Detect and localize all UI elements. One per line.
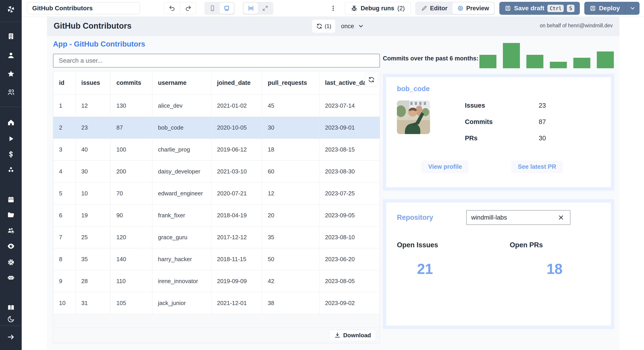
repository-heading: Repository (397, 213, 433, 222)
repository-input[interactable] (471, 214, 556, 221)
table-row[interactable]: 430200daisy_developer2021-03-10602023-08… (53, 160, 380, 182)
sidebar-divider (0, 22, 22, 22)
chart-bar (573, 58, 590, 68)
on-behalf-text: on behalf of henri@windmill.dev (540, 23, 613, 29)
open-prs-block: Open PRs 18 (499, 241, 600, 277)
user-stat-value: 30 (539, 135, 546, 142)
kbd-s: S (567, 5, 574, 12)
redo-button[interactable] (180, 2, 196, 14)
schedule-dropdown[interactable]: once (341, 20, 364, 33)
app-title-input[interactable] (27, 2, 140, 14)
column-header[interactable]: id (53, 71, 75, 95)
deploy-button[interactable]: Deploy (584, 2, 625, 15)
undo-button[interactable] (164, 2, 180, 14)
table-row[interactable]: 835140harry_hacker2018-11-15502023-06-20 (53, 248, 380, 270)
sidebar-divider (0, 325, 22, 326)
table-row[interactable]: 928110irene_innovator2019-09-09422023-08… (53, 270, 380, 292)
app-refresh-count: (1) (325, 23, 331, 29)
moon-icon[interactable] (6, 314, 16, 324)
user-stats: Issues23Commits87PRs30 (465, 102, 590, 142)
eye-icon[interactable] (6, 241, 16, 251)
home-icon[interactable] (6, 117, 16, 128)
tab-editor[interactable]: Editor (416, 3, 452, 14)
app-header-bar: GitHub Contributors (1) once on behalf o… (47, 17, 620, 36)
schedule-value: once (341, 23, 354, 30)
save-draft-button[interactable]: Save draft Ctrl S (499, 2, 580, 15)
windmill-logo-icon[interactable] (6, 4, 16, 15)
table-row[interactable]: 725120grace_guru2017-12-12352023-08-10 (53, 226, 380, 248)
user-group-gear-icon[interactable] (6, 225, 16, 236)
open-issues-label: Open Issues (397, 241, 499, 249)
column-header[interactable]: issues (75, 71, 110, 95)
tab-preview[interactable]: Preview (452, 3, 494, 14)
app-refresh-button[interactable]: (1) (312, 20, 336, 33)
user-stat-value: 87 (539, 118, 546, 126)
table-empty-strip (53, 314, 380, 328)
view-profile-button[interactable]: View profile (422, 160, 469, 173)
book-icon[interactable] (6, 302, 16, 313)
user-card-buttons: View profile See latest PR (397, 160, 563, 173)
user-card: bob_code (386, 77, 611, 187)
folder-icon[interactable] (6, 209, 16, 220)
more-menu-icon[interactable] (329, 2, 337, 14)
device-toggle-group (204, 2, 235, 15)
mobile-view-button[interactable] (205, 3, 220, 14)
column-header[interactable]: pull_requests (262, 71, 319, 95)
table-refresh-button[interactable] (365, 73, 378, 87)
table-row[interactable]: 22387bob_code2020-10-05302023-09-01 (53, 117, 380, 139)
robot-icon[interactable] (6, 272, 16, 283)
toolbar-center (164, 2, 273, 15)
building-icon[interactable] (6, 31, 16, 42)
calendar-icon[interactable] (6, 194, 16, 205)
deploy-label: Deploy (599, 5, 620, 12)
see-latest-pr-button[interactable]: See latest PR (511, 160, 563, 173)
download-button[interactable]: Download (329, 329, 376, 341)
user-card-body: Issues23Commits87PRs30 (397, 101, 600, 142)
editor-preview-toggle: Editor Preview (415, 2, 495, 15)
column-header[interactable]: username (152, 71, 211, 95)
table-row[interactable]: 51070edward_engineer2020-07-21122023-07-… (53, 182, 380, 204)
top-toolbar: Debug runs (2) Editor Preview (22, 0, 644, 17)
desktop-view-button[interactable] (220, 3, 234, 14)
deploy-split-button: Deploy (584, 2, 640, 15)
deploy-options-caret[interactable] (625, 2, 640, 15)
table-row[interactable]: 61990frank_fixer2018-04-19202023-09-05 (53, 204, 380, 226)
column-header[interactable]: commits (110, 71, 152, 95)
gear-icon[interactable] (6, 257, 16, 268)
repository-stats: Open Issues 21 Open PRs 18 (397, 241, 600, 277)
table-row[interactable]: 340100charlie_prog2019-06-12182023-08-15 (53, 139, 380, 160)
user-group-icon[interactable] (6, 87, 16, 98)
debug-runs-button[interactable]: Debug runs (2) (345, 2, 411, 15)
user-icon[interactable] (6, 50, 16, 61)
debug-runs-label: Debug runs (361, 5, 394, 12)
column-header[interactable]: joined_date (211, 71, 262, 95)
star-icon[interactable] (6, 69, 16, 79)
table-row[interactable]: 1031105jack_junior2021-12-01382023-09-02 (53, 292, 380, 314)
layout-toggle-group (243, 2, 273, 15)
user-stat-row: PRs30 (465, 135, 590, 142)
tab-preview-label: Preview (466, 5, 489, 12)
table-row[interactable]: 112130alice_dev2021-01-02452023-07-14 (53, 95, 380, 117)
download-icon (334, 332, 340, 338)
kbd-ctrl: Ctrl (548, 5, 564, 12)
chart-bar (597, 52, 614, 68)
toolbar-right: Debug runs (2) Editor Preview (329, 2, 640, 15)
windmill-app-editor: Debug runs (2) Editor Preview (0, 0, 644, 350)
cubes-icon[interactable] (6, 165, 16, 175)
open-prs-label: Open PRs (510, 241, 600, 249)
save-draft-label: Save draft (514, 5, 544, 12)
clear-icon[interactable] (556, 213, 566, 222)
user-stat-row: Commits87 (465, 118, 590, 126)
search-input[interactable] (53, 54, 380, 68)
chart-bar (503, 43, 520, 68)
chevron-down-icon (358, 23, 364, 29)
dollar-icon[interactable] (6, 149, 16, 160)
arrow-right-icon[interactable] (6, 332, 16, 342)
user-stat-value: 23 (539, 102, 546, 109)
center-align-button[interactable] (244, 3, 258, 14)
user-stat-label: Issues (465, 102, 539, 109)
repository-header: Repository (397, 210, 600, 225)
fullscreen-button[interactable] (258, 3, 272, 14)
play-icon[interactable] (6, 133, 16, 144)
chart-bar (480, 55, 496, 68)
